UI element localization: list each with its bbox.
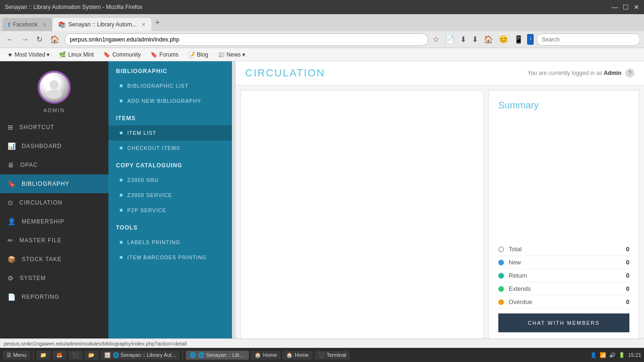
bookmark-blog[interactable]: 📝 Blog	[184, 50, 212, 59]
pocket-icon[interactable]: ⬇	[458, 34, 468, 45]
total-label: Total	[509, 246, 521, 253]
taskbar-terminal-icon[interactable]: ⬛	[68, 351, 83, 360]
summary-title: Summary	[498, 100, 629, 111]
news-icon: 📰	[218, 51, 225, 58]
taskbar-terminal[interactable]: ⬛ Terminal	[314, 351, 350, 360]
subnav-item-item-list[interactable]: ITEM LIST	[108, 125, 236, 140]
blog-label: Blog	[197, 51, 208, 58]
bookmark-forums[interactable]: 🔖 Forums	[147, 50, 182, 59]
downloads-icon[interactable]: ⬇	[470, 34, 480, 45]
facebook-favicon: f	[8, 21, 10, 28]
firefox-icon: 🦊	[56, 352, 63, 358]
network-icon: 📶	[600, 352, 606, 358]
extension-icon[interactable]: ↓	[527, 34, 534, 45]
close-button[interactable]: ✕	[634, 3, 639, 11]
new-tab-button[interactable]: +	[151, 18, 164, 28]
subnav-item-labels-printing[interactable]: LABELS PRINTING	[108, 235, 236, 250]
whatsapp-icon[interactable]: 📱	[512, 34, 525, 45]
maximize-button[interactable]: ☐	[623, 3, 629, 11]
stock-take-icon: 📦	[8, 255, 16, 263]
subnav-item-item-barcodes-printing[interactable]: ITEM BARCODES PRINTING	[108, 250, 236, 265]
sidebar-nav: ⊞ SHORTCUT 📊 DASHBOARD 🖥 OPAC 🔖 BIBLIOGR…	[0, 118, 108, 348]
summary-items: Total 0 New 0 Return 0	[498, 243, 629, 309]
subnav-item-z3950-service[interactable]: Z3950 SERVICE	[108, 188, 236, 203]
taskbar-menu[interactable]: ☰ Menu	[3, 351, 30, 360]
opac-icon: 🖥	[8, 161, 15, 169]
main-body: Summary Total 0 New 0 Return	[236, 85, 644, 347]
reader-mode-icon[interactable]: 📄	[443, 34, 456, 45]
summary-item-overdue: Overdue 0	[498, 296, 629, 309]
bookmark-star-icon[interactable]: ☆	[431, 34, 441, 45]
senayan-task-icon: 🌐	[190, 352, 196, 358]
bookmark-news[interactable]: 📰 News ▾	[214, 50, 249, 59]
subnav-item-p2p-service[interactable]: P2P SERVICE	[108, 203, 236, 218]
sidebar-item-system[interactable]: ⚙ SYSTEM	[0, 269, 108, 288]
win0-icon: 🪟	[104, 352, 111, 358]
taskbar-files[interactable]: 📁	[36, 351, 50, 360]
sidebar-item-master-file-label: MASTER FILE	[19, 237, 62, 244]
taskbar-senayan[interactable]: 🌐 🌐 Senayan :: Library Aut...	[186, 351, 249, 360]
subnav-section-tools: TOOLS	[108, 218, 236, 235]
reload-button[interactable]: ↻	[34, 34, 45, 45]
sidebar-item-shortcut[interactable]: ⊞ SHORTCUT	[0, 118, 108, 137]
taskbar-folders[interactable]: 📂	[84, 351, 99, 360]
svg-point-0	[50, 80, 59, 90]
overdue-count: 0	[626, 298, 629, 305]
subnav-item-z3950-sru[interactable]: Z3950 SRU	[108, 173, 236, 188]
sync-icon[interactable]: 😊	[497, 34, 510, 45]
bookmark-community[interactable]: 🔖 Community	[99, 50, 145, 59]
sidebar-item-stock-take[interactable]: 📦 STOCK TAKE	[0, 250, 108, 269]
forward-button[interactable]: →	[19, 34, 31, 45]
minimize-button[interactable]: —	[611, 3, 618, 11]
taskbar-home2[interactable]: 🏠 Home	[282, 351, 312, 360]
sidebar-avatar-section: ADMIN	[0, 61, 108, 118]
forums-icon: 🔖	[150, 51, 157, 58]
sidebar-item-bibliography[interactable]: 🔖 BIBLIOGRAPHY	[0, 174, 108, 193]
subnav-z3950-service-label: Z3950 SERVICE	[127, 192, 172, 198]
url-bar[interactable]	[65, 33, 428, 46]
sidebar-item-circulation[interactable]: ⊙ CIRCULATION	[0, 193, 108, 212]
title-bar-controls[interactable]: — ☐ ✕	[611, 3, 639, 11]
bibliography-icon: 🔖	[8, 180, 16, 188]
clock: 15:21	[628, 352, 641, 358]
taskbar-win0[interactable]: 🪟 🌐 Senayan :: Library Aut...	[100, 351, 180, 360]
return-label: Return	[509, 272, 527, 279]
home-button[interactable]: 🏠	[48, 34, 62, 45]
tab-facebook[interactable]: f Facebook ✕	[2, 18, 52, 31]
subnav-checkout-items-label: CHECKOUT ITEMS	[127, 145, 180, 151]
sidebar-item-opac[interactable]: 🖥 OPAC	[0, 156, 108, 174]
summary-panel: Summary Total 0 New 0 Return	[488, 90, 639, 343]
help-icon[interactable]: ?	[625, 68, 635, 78]
taskbar-firefox[interactable]: 🦊	[52, 351, 66, 360]
tab-senayan-close[interactable]: ✕	[141, 22, 146, 28]
sidebar-item-bibliography-label: BIBLIOGRAPHY	[22, 181, 69, 187]
taskbar-home1[interactable]: 🏠 Home	[251, 351, 281, 360]
tab-bar: f Facebook ✕ 📚 Senayan :: Library Autom.…	[0, 14, 644, 31]
search-input[interactable]	[537, 33, 640, 46]
membership-icon: 👤	[8, 218, 16, 225]
master-file-icon: ✏	[8, 237, 14, 244]
chat-with-members-button[interactable]: CHAT WITH MEMBERS	[498, 313, 629, 332]
scrollbar[interactable]	[232, 61, 236, 348]
tab-senayan[interactable]: 📚 Senayan :: Library Autom... ✕	[52, 18, 151, 31]
subnav-labels-printing-label: LABELS PRINTING	[127, 239, 180, 245]
sidebar-item-dashboard[interactable]: 📊 DASHBOARD	[0, 137, 108, 156]
nav-icons: ☆ 📄 ⬇ ⬇ 🏠 😊 📱 ↓	[431, 34, 534, 45]
bookmark-linux-mint[interactable]: 🌿 Linux Mint	[55, 50, 98, 59]
subnav-item-checkout-items[interactable]: CHECKOUT ITEMS	[108, 140, 236, 156]
subnav-item-add-new-bibliography[interactable]: ADD NEW BIBLIOGRAPHY	[108, 93, 236, 108]
back-button[interactable]: ←	[4, 34, 16, 45]
bookmark-most-visited[interactable]: ★ Most Visited ▾	[4, 50, 53, 59]
bookmarks-bar: ★ Most Visited ▾ 🌿 Linux Mint 🔖 Communit…	[0, 48, 644, 61]
taskbar-right: 👤 📶 🔊 🔋 15:21	[590, 352, 641, 358]
subnav-divider	[120, 194, 123, 197]
subnav-item-bibliographic-list[interactable]: BIBLIOGRAPHIC LIST	[108, 78, 236, 93]
linux-mint-icon: 🌿	[59, 51, 66, 58]
sidebar-item-master-file[interactable]: ✏ MASTER FILE	[0, 231, 108, 250]
tab-facebook-close[interactable]: ✕	[42, 22, 47, 28]
overdue-dot	[498, 299, 504, 305]
browser-home-icon[interactable]: 🏠	[482, 34, 495, 45]
sidebar-item-membership[interactable]: 👤 MEMBERSHIP	[0, 212, 108, 231]
sidebar-item-reporting[interactable]: 📄 REPORTING	[0, 288, 108, 306]
shortcut-icon: ⊞	[8, 123, 14, 131]
